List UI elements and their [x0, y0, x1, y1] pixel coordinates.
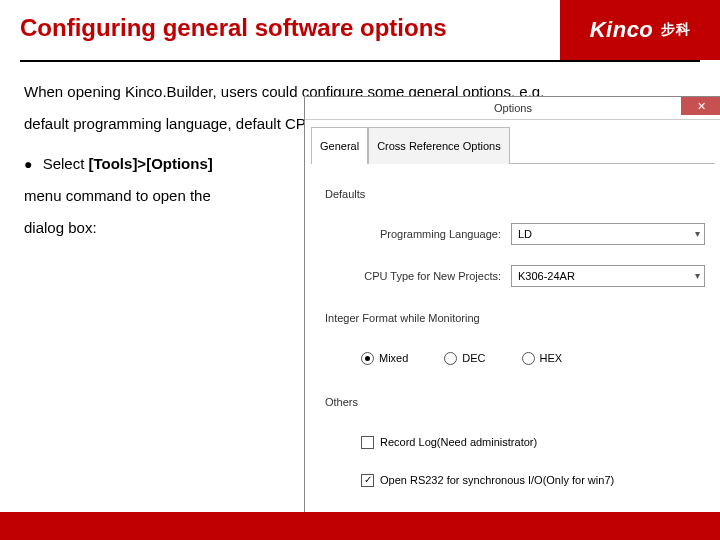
tab-general[interactable]: General	[311, 127, 368, 164]
row-cpu-type: CPU Type for New Projects: K306-24AR ▾	[321, 260, 705, 292]
radio-mixed-label: Mixed	[379, 342, 408, 374]
checkbox-icon: ✓	[361, 474, 374, 487]
checkbox-icon	[361, 436, 374, 449]
bullet-icon: ●	[24, 156, 32, 172]
brand-logo-cn: 步科	[661, 21, 690, 39]
group-integer-format: Integer Format while Monitoring	[325, 302, 705, 334]
dialog-panel: Defaults Programming Language: LD ▾ CPU …	[311, 163, 715, 508]
title-divider	[20, 60, 700, 62]
slide-body: When opening Kinco.Builder, users could …	[0, 70, 720, 244]
tab-strip: General Cross Reference Options	[305, 120, 720, 163]
radio-group-integer-format: Mixed DEC HEX	[361, 342, 705, 374]
select-programming-language[interactable]: LD ▾	[511, 223, 705, 245]
footer-bar	[0, 512, 720, 540]
dialog-title: Options	[305, 92, 720, 124]
step-prefix: Select	[43, 155, 89, 172]
radio-hex-label: HEX	[540, 342, 563, 374]
title-row: Configuring general software options Kin…	[0, 0, 720, 60]
radio-mixed[interactable]: Mixed	[361, 342, 408, 374]
slide: Configuring general software options Kin…	[0, 0, 720, 540]
dialog-titlebar: Options ✕	[305, 97, 720, 120]
group-defaults: Defaults	[325, 178, 705, 210]
row-programming-language: Programming Language: LD ▾	[321, 218, 705, 250]
close-button[interactable]: ✕	[681, 97, 720, 115]
close-icon: ✕	[697, 90, 706, 122]
content-area: ● Select [Tools]>[Options] menu command …	[24, 148, 696, 244]
checkbox-record-log-label: Record Log(Need administrator)	[380, 426, 537, 458]
step-menu-path: [Tools]>[Options]	[89, 155, 213, 172]
radio-dec[interactable]: DEC	[444, 342, 485, 374]
brand-logo: Kinco 步科	[560, 0, 720, 60]
label-programming-language: Programming Language:	[321, 218, 511, 250]
checkbox-open-rs232[interactable]: ✓ Open RS232 for synchronous I/O(Only fo…	[361, 464, 705, 496]
radio-dot-icon	[522, 352, 535, 365]
select-cpu-type-value: K306-24AR	[518, 260, 575, 292]
options-dialog: Options ✕ General Cross Reference Option…	[304, 96, 720, 540]
radio-hex[interactable]: HEX	[522, 342, 563, 374]
select-programming-language-value: LD	[518, 218, 532, 250]
radio-dot-icon	[361, 352, 374, 365]
chevron-down-icon: ▾	[695, 218, 700, 250]
group-others: Others	[325, 386, 705, 418]
checkbox-open-rs232-label: Open RS232 for synchronous I/O(Only for …	[380, 464, 614, 496]
checkbox-record-log[interactable]: Record Log(Need administrator)	[361, 426, 705, 458]
radio-dot-icon	[444, 352, 457, 365]
slide-title: Configuring general software options	[0, 0, 560, 60]
label-cpu-type: CPU Type for New Projects:	[321, 260, 511, 292]
chevron-down-icon: ▾	[695, 260, 700, 292]
select-cpu-type[interactable]: K306-24AR ▾	[511, 265, 705, 287]
radio-dec-label: DEC	[462, 342, 485, 374]
tab-cross-reference[interactable]: Cross Reference Options	[368, 127, 510, 164]
brand-logo-text: Kinco	[590, 17, 654, 43]
